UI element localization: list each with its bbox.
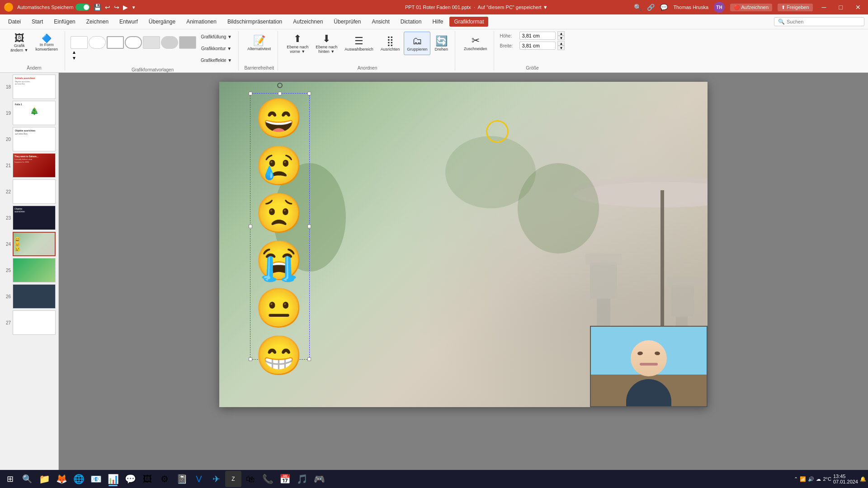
taskbar-telegram[interactable]: ✈ — [208, 471, 224, 487]
slide-img-24[interactable]: 😀 😐 😢 — [13, 232, 56, 256]
dropdown-arrow[interactable]: ▼ — [543, 5, 548, 10]
close-button[interactable]: ✕ — [852, 4, 864, 11]
slide-thumb-26[interactable]: 26 — [2, 284, 57, 309]
auswahlbereich-button[interactable]: ☰ Auswahlbereich — [341, 32, 377, 55]
taskbar-explorer[interactable]: 📁 — [36, 471, 52, 487]
slide-thumb-19[interactable]: 19 Folie 1 🎄 — [2, 101, 57, 125]
taskbar-chrome[interactable]: 🌐 — [71, 471, 87, 487]
menu-datei[interactable]: Datei — [4, 17, 25, 27]
taskbar-photos[interactable]: 🖼 — [139, 471, 156, 487]
ebene-vorne-button[interactable]: ⬆ Ebene nachvorne ▼ — [283, 31, 311, 56]
taskbar-skype[interactable]: 📞 — [259, 471, 276, 487]
menu-ueberpruefen[interactable]: Überprüfen — [329, 17, 365, 27]
undo-icon[interactable]: ↩ — [105, 4, 110, 11]
slide-img-25[interactable] — [13, 258, 56, 282]
slide-thumb-20[interactable]: 20 Objekte ausrichten auf eine Box — [2, 127, 57, 151]
breite-down[interactable]: ▼ — [557, 46, 565, 50]
rotate-handle[interactable] — [277, 83, 283, 88]
menu-uebergaenge[interactable]: Übergänge — [144, 17, 180, 27]
menu-aufzeichnen[interactable]: Aufzeichnen — [288, 17, 327, 27]
slide-img-20[interactable]: Objekte ausrichten auf eine Box — [13, 127, 56, 151]
search-taskbar[interactable]: 🔍 — [19, 471, 35, 487]
start-button[interactable]: ⊞ — [2, 471, 18, 487]
in-form-button[interactable]: 🔷 In Formkonvertieren — [32, 31, 61, 55]
menu-grafikformat[interactable]: Grafikformat — [449, 17, 488, 27]
hoehe-up[interactable]: ▲ — [557, 31, 565, 36]
user-avatar[interactable]: TH — [714, 2, 725, 13]
slide-img-21[interactable]: They went to Sahara... I actually believ… — [13, 153, 56, 178]
menu-start[interactable]: Start — [27, 17, 47, 27]
taskbar-teams[interactable]: 💬 — [122, 471, 138, 487]
slide-thumb-22[interactable]: 22 — [2, 179, 57, 204]
slide-thumb-27[interactable]: 27 — [2, 310, 57, 335]
taskbar-settings[interactable]: ⚙ — [156, 471, 173, 487]
slide-img-27[interactable] — [13, 310, 56, 335]
slide-canvas[interactable]: 😄 😢 😟 😭 😐 😁 — [219, 82, 708, 407]
slide-img-18[interactable]: Schiefe ausrichten Objekte ausrichtenauf… — [13, 75, 56, 99]
grafikfuellung-button[interactable]: Grafikfüllung ▼ — [198, 31, 235, 42]
taskbar-firefox[interactable]: 🦊 — [53, 471, 70, 487]
scroll-mid-icon[interactable]: ▼ — [71, 56, 78, 61]
redo-icon[interactable]: ↪ — [114, 4, 119, 11]
handle-mr[interactable] — [307, 225, 311, 228]
system-tray[interactable]: ⌃ — [794, 476, 798, 482]
shape-1[interactable] — [71, 36, 88, 49]
shape-7[interactable] — [179, 36, 196, 49]
taskbar-media[interactable]: 🎵 — [294, 471, 310, 487]
breite-up[interactable]: ▲ — [557, 41, 565, 46]
menu-dictation[interactable]: Dictation — [396, 17, 426, 27]
dropdown-icon[interactable]: ▼ — [132, 5, 136, 10]
record-button[interactable]: 🔴 Aufzeichnen — [730, 4, 772, 11]
handle-tr[interactable] — [307, 92, 311, 95]
taskbar-app-visio[interactable]: V — [191, 471, 207, 487]
shape-2[interactable] — [89, 36, 106, 49]
slide-thumb-21[interactable]: 21 They went to Sahara... I actually bel… — [2, 153, 57, 178]
grafikeffekte-button[interactable]: Grafikeffekte ▼ — [198, 55, 235, 66]
menu-animationen[interactable]: Animationen — [182, 17, 221, 27]
taskbar-onenote[interactable]: 📓 — [174, 471, 190, 487]
slide-thumb-25[interactable]: 25 — [2, 258, 57, 282]
hoehe-input[interactable] — [519, 32, 556, 40]
slide-img-26[interactable] — [13, 284, 56, 309]
menu-ansicht[interactable]: Ansicht — [367, 17, 394, 27]
hoehe-down[interactable]: ▼ — [557, 36, 565, 40]
share-button[interactable]: ⬆ Freigeben — [778, 4, 813, 11]
menu-bildschirmpraesentation[interactable]: Bildschirmpräsentation — [223, 17, 287, 27]
menu-hilfe[interactable]: Hilfe — [428, 17, 448, 27]
taskbar-powerpoint[interactable]: 📊 — [105, 471, 121, 487]
present-icon[interactable]: ▶ — [123, 4, 128, 11]
handle-br[interactable] — [307, 357, 311, 361]
slide-thumb-24[interactable]: 24 😀 😐 😢 — [2, 232, 57, 256]
maximize-button[interactable]: □ — [835, 4, 846, 11]
autosave-toggle[interactable] — [75, 4, 90, 11]
notification-icon[interactable]: 🔔 — [860, 476, 866, 482]
search-input[interactable] — [787, 19, 859, 24]
slide-img-19[interactable]: Folie 1 🎄 — [13, 101, 56, 125]
save-icon[interactable]: 💾 — [94, 4, 101, 11]
shape-6[interactable] — [161, 36, 178, 49]
menu-einfuegen[interactable]: Einfügen — [49, 17, 80, 27]
slide-thumb-23[interactable]: 23 Objekteausrichten — [2, 206, 57, 230]
shape-3[interactable] — [107, 36, 124, 49]
comments-icon[interactable]: 💬 — [660, 4, 668, 11]
ebene-hinten-button[interactable]: ⬇ Ebene nachhinten ▼ — [312, 31, 340, 56]
breite-input[interactable] — [519, 42, 556, 50]
taskbar-outlook[interactable]: 📧 — [88, 471, 104, 487]
menu-entwurf[interactable]: Entwurf — [115, 17, 142, 27]
slide-thumb-18[interactable]: 18 Schiefe ausrichten Objekte ausrichten… — [2, 75, 57, 99]
slide-img-23[interactable]: Objekteausrichten — [13, 206, 56, 230]
share-icon[interactable]: 🔗 — [647, 4, 655, 11]
grafik-aendern-button[interactable]: 🖼 Grafikändern ▼ — [7, 31, 31, 55]
taskbar-app-dark[interactable]: Z — [225, 471, 241, 487]
scroll-up-icon[interactable]: ▲ — [71, 50, 78, 55]
menu-zeichnen[interactable]: Zeichnen — [82, 17, 113, 27]
gruppieren-button[interactable]: 🗂 Gruppieren — [404, 32, 430, 55]
shape-4[interactable] — [125, 36, 142, 49]
slide-panel[interactable]: 18 Schiefe ausrichten Objekte ausrichten… — [0, 73, 59, 478]
volume-icon[interactable]: 🔊 — [808, 476, 814, 482]
taskbar-calendar[interactable]: 📅 — [277, 471, 293, 487]
taskbar-store[interactable]: 🛍 — [242, 471, 259, 487]
ausrichten-button[interactable]: ⣿ Ausrichten — [377, 32, 403, 55]
search-icon[interactable]: 🔍 — [634, 4, 642, 11]
network-icon[interactable]: 📶 — [800, 476, 806, 482]
